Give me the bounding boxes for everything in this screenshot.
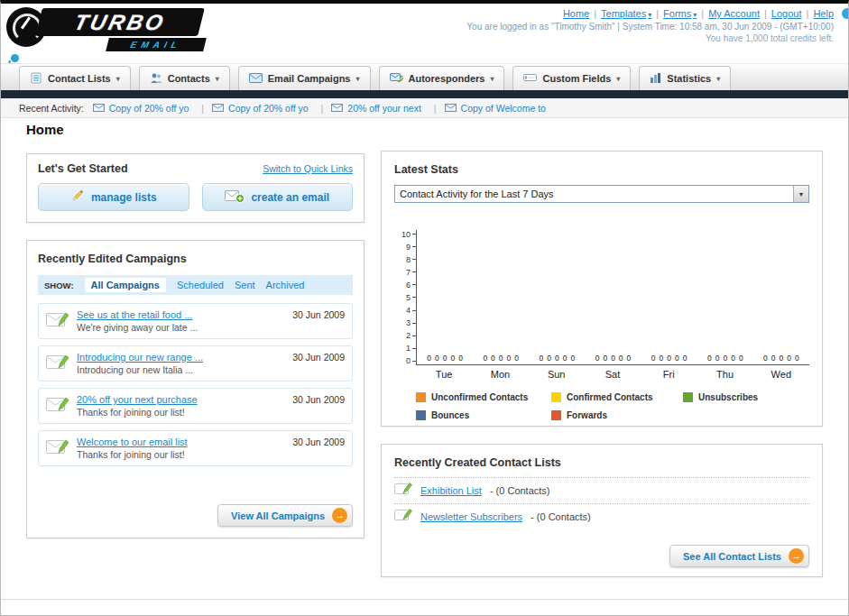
logo-sub-banner: EMAIL [106, 38, 207, 51]
custom-fields-icon [523, 72, 537, 85]
pencil-card-icon [394, 482, 412, 500]
top-nav: Home|Templates▾|Forms▾|My Account|Logout… [466, 8, 834, 19]
recent-contact-lists-panel: Recently Created Contact Lists Exhibitio… [381, 444, 823, 577]
tab-label: Statistics [667, 73, 711, 84]
recent-activity-item[interactable]: 20% off your next [331, 103, 444, 114]
filter-archived[interactable]: Archived [266, 280, 305, 290]
filter-sent[interactable]: Sent [235, 280, 255, 290]
tab-contacts[interactable]: Contacts ▾ [139, 66, 230, 90]
manage-lists-button[interactable]: manage lists [38, 183, 189, 211]
tab-label: Contacts [168, 73, 210, 84]
page-title: Home [26, 122, 64, 137]
envelope-plus-icon [225, 188, 245, 206]
logo-title: TURBO [71, 10, 168, 35]
content-bottom-divider [1, 599, 848, 600]
get-started-title: Let's Get Started [38, 162, 128, 175]
campaign-date: 30 Jun 2009 [292, 349, 345, 363]
envelope-icon [331, 103, 343, 114]
autoresponders-icon [390, 72, 403, 85]
chevron-down-icon: ▾ [355, 75, 359, 83]
tab-label: Contact Lists [48, 73, 111, 84]
recent-activity-item[interactable]: Copy of 20% off yo [93, 103, 212, 114]
stats-period-value: Contact Activity for the Last 7 Days [400, 188, 554, 199]
campaign-title-link[interactable]: See us at the retail food ... [77, 309, 285, 320]
header-right: Home|Templates▾|Forms▾|My Account|Logout… [466, 8, 834, 43]
chart-x-axis: TueMonSunSatFriThuWed [416, 365, 809, 380]
chart-value-groups: 00000000000000000000000000000000000 [417, 354, 809, 363]
campaign-date: 30 Jun 2009 [292, 391, 345, 405]
tab-autoresponders[interactable]: Autoresponders ▾ [379, 66, 505, 90]
campaign-subtitle: Thanks for joining our list! [77, 407, 285, 418]
legend-label: Unconfirmed Contacts [431, 392, 528, 402]
chart-plot-area: 00000000000000000000000000000000000 [416, 230, 809, 365]
logo-banner: TURBO [35, 8, 205, 36]
legend-swatch [416, 410, 426, 420]
chevron-down-icon: ▾ [116, 75, 120, 83]
view-all-campaigns-button[interactable]: View All Campaigns → [217, 504, 353, 527]
campaign-text: Welcome to our email list Thanks for joi… [77, 437, 285, 460]
chevron-down-icon: ▾ [490, 75, 494, 83]
nav-logout-link[interactable]: Logout [771, 8, 802, 19]
show-label: SHOW: [44, 280, 74, 290]
campaign-title-link[interactable]: 20% off your next purchase [77, 394, 285, 405]
main-nav-tabs: Contact Lists ▾ Contacts ▾ Email Campaig… [1, 63, 848, 90]
contacts-icon [150, 72, 162, 86]
campaign-text: 20% off your next purchase Thanks for jo… [77, 394, 285, 418]
create-email-label: create an email [251, 191, 329, 204]
app-logo: TURBO EMAIL [6, 5, 241, 58]
filter-scheduled[interactable]: Scheduled [177, 280, 224, 290]
envelope-pencil-icon [46, 395, 69, 417]
nav-forms-link[interactable]: Forms▾ [663, 8, 697, 19]
campaign-title-link[interactable]: Welcome to our email list [77, 437, 285, 447]
chevron-down-icon: ▾ [216, 75, 219, 83]
view-all-campaigns-label: View All Campaigns [231, 510, 325, 521]
campaign-row[interactable]: Introducing our new range ... Introducin… [38, 345, 353, 382]
campaign-subtitle: We're giving away our late ... [77, 322, 285, 333]
campaign-row[interactable]: 20% off your next purchase Thanks for jo… [38, 388, 353, 424]
recent-activity-item[interactable]: Copy of Welcome to [445, 103, 546, 114]
login-info: You are logged in as "Timothy Smith" | S… [466, 22, 834, 32]
arrow-circle-icon: → [332, 508, 347, 523]
recent-activity-items: Copy of 20% off yo Copy of 20% off yo 20… [93, 103, 546, 114]
contact-list-item[interactable]: Newsletter Subscribers - (0 Contacts) [394, 503, 809, 529]
campaign-title-link[interactable]: Introducing our new range ... [77, 352, 285, 363]
tab-statistics[interactable]: Statistics ▾ [639, 66, 731, 90]
latest-stats-title: Latest Stats [394, 163, 458, 176]
envelope-icon [445, 103, 457, 114]
chevron-down-icon: ▾ [616, 75, 620, 83]
get-started-panel: Let's Get Started Switch to Quick Links … [26, 153, 365, 223]
contact-list-name-link[interactable]: Exhibition List [420, 485, 482, 496]
tab-contact-lists[interactable]: Contact Lists ▾ [19, 66, 131, 90]
nav-help-link[interactable]: Help [813, 8, 834, 19]
legend-label: Unsubscribes [698, 392, 758, 402]
contact-list-name-link[interactable]: Newsletter Subscribers [420, 511, 522, 522]
tab-email-campaigns[interactable]: Email Campaigns ▾ [238, 66, 371, 90]
chart-y-axis: 109876543210 [394, 230, 416, 365]
contact-lists-icon [30, 72, 42, 86]
see-all-contact-lists-label: See All Contact Lists [683, 551, 781, 562]
nav-templates-link[interactable]: Templates▾ [601, 8, 651, 19]
stats-period-select[interactable]: Contact Activity for the Last 7 Days ▼ [394, 185, 809, 203]
nav-separator: | [701, 8, 704, 19]
filter-all-campaigns[interactable]: All Campaigns [85, 278, 166, 292]
recent-activity-label: Recent Activity: [19, 103, 84, 114]
legend-item: Confirmed Contacts [551, 392, 683, 402]
latest-stats-panel: Latest Stats Contact Activity for the La… [381, 151, 823, 427]
campaign-row[interactable]: Welcome to our email list Thanks for joi… [38, 430, 353, 466]
recent-activity-item[interactable]: Copy of 20% off yo [212, 103, 331, 114]
campaign-row[interactable]: See us at the retail food ... We're givi… [38, 303, 353, 339]
nav-my-account-link[interactable]: My Account [708, 8, 760, 19]
envelope-icon [212, 103, 224, 114]
nav-separator: | [656, 8, 659, 19]
nav-home-link[interactable]: Home [563, 8, 589, 19]
switch-quick-links-link[interactable]: Switch to Quick Links [263, 163, 353, 174]
create-email-button[interactable]: create an email [202, 183, 354, 211]
select-dropdown-arrow: ▼ [793, 186, 808, 202]
campaign-filter-bar: SHOW: All Campaigns Scheduled Sent Archi… [38, 275, 353, 295]
contact-list-item[interactable]: Exhibition List - (0 Contacts) [394, 477, 809, 503]
decorative-dot [842, 8, 849, 19]
see-all-contact-lists-button[interactable]: See All Contact Lists → [669, 545, 809, 567]
tab-custom-fields[interactable]: Custom Fields ▾ [512, 66, 631, 90]
legend-swatch [416, 392, 426, 402]
campaign-date: 30 Jun 2009 [292, 307, 345, 320]
